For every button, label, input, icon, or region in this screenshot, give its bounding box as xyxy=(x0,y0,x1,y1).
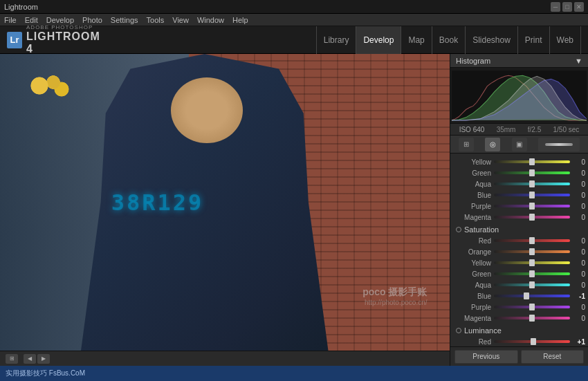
histogram-arrow: ▼ xyxy=(575,57,582,65)
histogram-header[interactable]: Histogram ▼ xyxy=(450,54,588,68)
menu-window[interactable]: Window xyxy=(196,16,226,24)
slider-label: Aqua xyxy=(456,281,494,289)
slider-sat-blue: Blue -1 xyxy=(450,290,588,301)
slider-value: 0 xyxy=(570,281,585,289)
slider-sat-green: Green 0 xyxy=(450,268,588,279)
prev-photo-button[interactable]: ◀ xyxy=(24,354,36,364)
slider-value: -1 xyxy=(570,292,585,300)
slider-track[interactable] xyxy=(494,160,570,163)
slider-row-hue-blue: Blue 0 xyxy=(450,189,588,201)
slider-track[interactable] xyxy=(494,171,570,174)
histogram-chart xyxy=(452,69,587,122)
menu-view[interactable]: View xyxy=(171,16,190,24)
slider-track[interactable] xyxy=(494,239,570,242)
slider-track[interactable] xyxy=(494,272,570,275)
nav-develop[interactable]: Develop xyxy=(356,26,401,54)
histogram-area xyxy=(450,68,588,123)
luminance-label: Luminance xyxy=(464,326,502,335)
minimize-button[interactable]: ─ xyxy=(551,2,560,12)
slider-label: Blue xyxy=(456,292,494,300)
panel-bottom-bar: Previous Reset xyxy=(450,346,588,366)
slider-label: Magenta xyxy=(456,315,494,322)
lr-badge: Lr xyxy=(7,32,22,48)
menu-edit[interactable]: Edit xyxy=(24,16,39,24)
slider-row-hue-yellow: Yellow 0 xyxy=(450,156,588,167)
menu-develop[interactable]: Develop xyxy=(45,16,75,24)
menu-tools[interactable]: Tools xyxy=(145,16,166,24)
camera-info-bar: ISO 640 35mm f/2.5 1/50 sec xyxy=(450,123,588,136)
luminance-section-label: Luminance xyxy=(450,324,588,336)
slider-track[interactable] xyxy=(494,205,570,207)
slider-value: 0 xyxy=(570,248,585,256)
slider-track[interactable] xyxy=(494,261,570,264)
slider-label: Green xyxy=(456,270,494,278)
lr-version-label: LIGHTROOM 4 xyxy=(26,30,104,55)
slider-track[interactable] xyxy=(494,183,570,185)
slider-label: Purple xyxy=(456,203,494,210)
slider-label: Red xyxy=(456,237,494,245)
photo-bottom-bar: ⊞ ◀ ▶ xyxy=(0,351,450,366)
restore-button[interactable]: □ xyxy=(562,2,572,12)
slider-row-hue-aqua: Aqua 0 xyxy=(450,178,588,189)
grid-tool-icon[interactable]: ⊞ xyxy=(459,138,474,151)
menu-photo[interactable]: Photo xyxy=(81,16,104,24)
slider-label: Yellow xyxy=(456,259,494,267)
slider-label: Orange xyxy=(456,248,494,256)
nav-arrows: ◀ ▶ xyxy=(24,354,50,364)
nav-library[interactable]: Library xyxy=(316,26,357,54)
top-header: Lr ADOBE PHOTOSHOP LIGHTROOM 4 Library D… xyxy=(0,26,588,54)
saturation-label: Saturation xyxy=(464,225,499,234)
reset-button[interactable]: Reset xyxy=(521,350,585,364)
slider-label: Aqua xyxy=(456,180,494,188)
tool-icons-bar: ⊞ ◎ ▣ xyxy=(450,136,588,154)
nav-web[interactable]: Web xyxy=(550,26,581,54)
status-bar: 实用摄影技巧 FsBus.CoM xyxy=(0,366,588,381)
section-dot xyxy=(456,227,461,232)
slider-value: 0 xyxy=(570,192,585,199)
adjust-tool-icon[interactable]: ▣ xyxy=(512,138,527,151)
slider-label: Magenta xyxy=(456,214,494,221)
nav-print[interactable]: Print xyxy=(518,26,550,54)
slider-value: 0 xyxy=(570,158,585,166)
slider-track[interactable] xyxy=(494,284,570,286)
main-area: 38R129 poco 摄影手账 http://photo.poco.cn/ ⊞… xyxy=(0,54,588,366)
shutter-speed: 1/50 sec xyxy=(553,126,580,133)
slider-track[interactable] xyxy=(494,194,570,196)
logo-area: Lr ADOBE PHOTOSHOP LIGHTROOM 4 xyxy=(0,24,111,55)
slider-track[interactable] xyxy=(494,295,570,297)
slider-row-hue-magenta: Magenta 0 xyxy=(450,212,588,223)
section-dot xyxy=(456,328,461,333)
previous-button[interactable]: Previous xyxy=(454,350,518,364)
slider-track[interactable] xyxy=(494,216,570,219)
slider-value: 0 xyxy=(570,237,585,245)
sliders-panel: Yellow 0 Green 0 Aqua 0 xyxy=(450,154,588,346)
title-bar: Lightroom ─ □ ✕ xyxy=(0,0,588,14)
aperture-value: f/2.5 xyxy=(528,126,541,133)
menu-help[interactable]: Help xyxy=(231,16,250,24)
photo-container[interactable]: 38R129 poco 摄影手账 http://photo.poco.cn/ xyxy=(0,54,450,351)
close-button[interactable]: ✕ xyxy=(574,2,584,12)
crop-tool-icon[interactable] xyxy=(538,138,580,151)
next-photo-button[interactable]: ▶ xyxy=(37,354,50,364)
slider-track[interactable] xyxy=(494,250,570,253)
nav-book[interactable]: Book xyxy=(432,26,466,54)
view-mode-icon[interactable]: ⊞ xyxy=(6,354,18,364)
slider-track[interactable] xyxy=(494,317,570,319)
slider-track[interactable] xyxy=(494,306,570,308)
slider-track[interactable] xyxy=(494,340,570,343)
menu-file[interactable]: File xyxy=(3,16,18,24)
circle-tool-icon[interactable]: ◎ xyxy=(485,138,500,151)
slider-sat-magenta: Magenta 0 xyxy=(450,313,588,324)
logo-text: ADOBE PHOTOSHOP LIGHTROOM 4 xyxy=(26,24,104,55)
slider-label: Yellow xyxy=(456,158,494,166)
nav-map[interactable]: Map xyxy=(401,26,432,54)
nav-slideshow[interactable]: Slideshow xyxy=(466,26,518,54)
poco-watermark: poco 摄影手账 http://photo.poco.cn/ xyxy=(362,286,427,306)
menu-settings[interactable]: Settings xyxy=(109,16,140,24)
slider-sat-aqua: Aqua 0 xyxy=(450,279,588,290)
slider-row-hue-green: Green 0 xyxy=(450,167,588,178)
slider-value: 0 xyxy=(570,203,585,210)
slider-label: Green xyxy=(456,169,494,177)
slider-label: Purple xyxy=(456,304,494,311)
flowers-decoration xyxy=(23,68,78,103)
